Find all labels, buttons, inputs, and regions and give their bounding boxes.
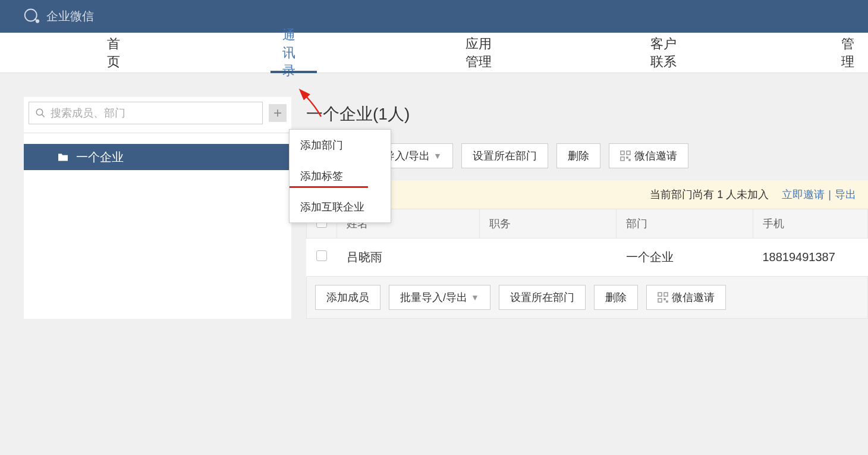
svg-rect-11: [664, 293, 668, 296]
brand-logo: 企业微信: [23, 8, 94, 26]
svg-rect-12: [658, 299, 662, 302]
chevron-down-icon: ▼: [433, 151, 442, 161]
wechat-invite-button-top[interactable]: 微信邀请: [609, 143, 688, 168]
cell-name: 吕晓雨: [337, 239, 480, 277]
dropdown-add-dept[interactable]: 添加部门: [290, 130, 391, 161]
toolbar-bottom: 添加成员 批量导入/导出▼ 设置所在部门 删除 微信邀请: [306, 277, 868, 319]
svg-rect-9: [629, 159, 630, 161]
svg-rect-14: [666, 301, 668, 302]
main-area: + 一个企业 添加部门 添加标签 添加互联企业 一个企业(1人) 成员: [0, 73, 868, 319]
export-link[interactable]: 导出: [835, 187, 856, 202]
invite-now-link[interactable]: 立即邀请: [782, 187, 825, 202]
nav-apps[interactable]: 应用管理: [454, 33, 508, 73]
col-header-phone: 手机: [753, 209, 868, 239]
search-input[interactable]: [51, 107, 256, 120]
qrcode-icon: [658, 292, 668, 303]
nav-bar: 首页 通讯录 应用管理 客户联系 管理: [0, 33, 868, 73]
brand-name: 企业微信: [46, 8, 94, 24]
nav-home[interactable]: 首页: [95, 33, 134, 73]
dropdown-add-linked-corp[interactable]: 添加互联企业: [290, 192, 391, 222]
cell-phone: 18819491387: [753, 239, 868, 277]
plus-icon: +: [273, 105, 282, 121]
svg-rect-8: [627, 157, 628, 158]
top-header: 企业微信: [0, 0, 868, 33]
svg-rect-5: [621, 151, 624, 155]
col-header-title: 职务: [480, 209, 617, 239]
nav-customer[interactable]: 客户联系: [639, 33, 693, 73]
nav-contacts[interactable]: 通讯录: [271, 33, 317, 73]
nav-admin[interactable]: 管理: [829, 33, 868, 73]
svg-rect-10: [658, 293, 662, 296]
cell-title: [480, 239, 617, 277]
notice-text: 当前部门尚有 1 人未加入: [650, 187, 769, 202]
svg-line-4: [42, 114, 45, 117]
qrcode-icon: [620, 150, 631, 161]
sidebar: + 一个企业 添加部门 添加标签 添加互联企业: [24, 97, 291, 319]
separator: |: [828, 189, 831, 201]
chevron-down-icon: ▼: [471, 293, 479, 302]
cell-dept: 一个企业: [617, 239, 753, 277]
set-dept-button-top[interactable]: 设置所在部门: [461, 143, 548, 168]
add-button[interactable]: +: [269, 104, 287, 122]
wechat-invite-button-bottom[interactable]: 微信邀请: [646, 285, 726, 310]
folder-icon: [57, 152, 69, 162]
add-member-button-bottom[interactable]: 添加成员: [315, 285, 380, 310]
col-header-dept: 部门: [617, 209, 753, 239]
dept-name: 一个企业: [76, 149, 124, 165]
svg-rect-6: [627, 151, 630, 155]
svg-rect-7: [621, 157, 624, 161]
set-dept-button-bottom[interactable]: 设置所在部门: [499, 285, 586, 310]
annotation-underline: [290, 186, 368, 188]
delete-button-bottom[interactable]: 删除: [594, 285, 638, 310]
chat-bubble-icon: [23, 8, 40, 26]
dropdown-add-tag[interactable]: 添加标签: [290, 161, 391, 192]
search-row: +: [24, 97, 291, 129]
row-checkbox[interactable]: [316, 250, 327, 261]
dept-tree-item[interactable]: 一个企业: [24, 144, 291, 170]
add-dropdown: 添加部门 添加标签 添加互联企业: [289, 129, 391, 223]
svg-rect-13: [664, 299, 665, 300]
search-box[interactable]: [29, 102, 263, 124]
delete-button-top[interactable]: 删除: [556, 143, 600, 168]
search-icon: [35, 108, 46, 118]
svg-point-3: [36, 109, 43, 115]
import-export-button-bottom[interactable]: 批量导入/导出▼: [389, 285, 490, 310]
table-row[interactable]: 吕晓雨 一个企业 18819491387: [307, 239, 868, 277]
sidebar-divider: [24, 133, 291, 133]
